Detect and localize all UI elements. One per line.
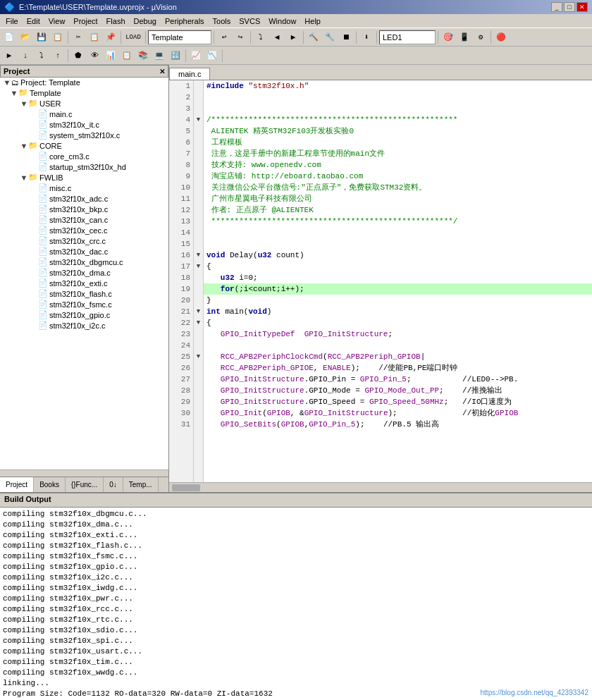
symbol-btn[interactable]: 🔣 [168,48,183,63]
panel-tab-3[interactable]: 0↓ [104,477,123,492]
code-line-5[interactable]: ALIENTEK 精英STM32F103开发板实验0 [204,125,592,137]
code-line-8[interactable]: 技术支持: www.openedv.com [204,159,592,171]
save-btn[interactable]: 💾 [34,30,49,45]
panel-tab-4[interactable]: Temp... [123,477,159,492]
code-line-24[interactable] [204,340,592,351]
load-btn[interactable]: LOAD [123,30,143,45]
call-stack-btn[interactable]: 📚 [135,48,151,63]
tree-scrollbar-h[interactable] [0,469,168,477]
tree-item-8[interactable]: ▼📁FWLIB [0,172,168,183]
disasm-btn[interactable]: 💻 [152,48,167,63]
tree-item-22[interactable]: 📄stm32f10x_i2c.c [0,320,168,331]
menu-item-debug[interactable]: Debug [130,16,161,27]
project-panel-close[interactable]: ✕ [159,68,165,75]
stop-btn[interactable]: ⏹ [338,30,354,45]
code-line-13[interactable]: ****************************************… [204,216,592,227]
tree-item-17[interactable]: 📄stm32f10x_dma.c [0,267,168,278]
step-btn[interactable]: ↓ [18,48,33,63]
tree-item-6[interactable]: 📄core_cm3.c [0,151,168,161]
menu-item-view[interactable]: View [44,16,70,27]
tree-item-18[interactable]: 📄stm32f10x_exti.c [0,278,168,288]
code-line-11[interactable]: 广州市星翼电子科技有限公司 [204,193,592,204]
code-line-17[interactable]: { [204,261,592,272]
copy-btn[interactable]: 📋 [87,30,102,45]
tree-root[interactable]: ▼🗂Project: Template [0,78,168,87]
menu-item-file[interactable]: File [1,16,23,27]
fold-btn-16[interactable]: ▼ [194,250,203,261]
fold-btn-25[interactable]: ▼ [194,351,203,362]
tree-item-4[interactable]: 📄system_stm32f10x.c [0,130,168,140]
code-line-18[interactable]: u32 i=0; [204,272,592,283]
fold-btn-22[interactable]: ▼ [194,317,203,328]
menu-item-window[interactable]: Window [264,16,300,27]
panel-tab-0[interactable]: Project [0,477,34,492]
code-line-10[interactable]: 关注微信公众平台微信号:"正点原子"，免费获取STM32资料。 [204,182,592,193]
code-line-31[interactable]: GPIO_SetBits(GPIOB,GPIO_Pin_5); //PB.5 输… [204,419,592,430]
rebuild-btn[interactable]: 🔧 [322,30,338,45]
fold-btn-17[interactable]: ▼ [194,261,203,272]
tree-item-14[interactable]: 📄stm32f10x_crc.c [0,235,168,246]
watch-btn[interactable]: 👁 [87,48,102,63]
tree-item-12[interactable]: 📄stm32f10x_can.c [0,214,168,225]
download-btn[interactable]: ⬇ [359,30,374,45]
new-file-btn[interactable]: 📄 [1,30,17,45]
panel-tab-2[interactable]: {}Func... [66,477,104,492]
step-over-btn[interactable]: ⤵ [34,48,49,63]
fold-btn-4[interactable]: ▼ [194,114,203,125]
tree-item-2[interactable]: 📄main.c [0,109,168,119]
code-line-23[interactable]: GPIO_InitTypeDef GPIO_InitStructure; [204,328,592,340]
code-line-1[interactable]: #include "stm32f10x.h" [204,80,592,92]
run-btn[interactable]: ▶ [1,48,17,63]
editor-scrollbar-h[interactable] [169,482,592,492]
code-line-19[interactable]: for(;i<count;i++); [204,283,592,295]
code-line-14[interactable] [204,227,592,238]
open-btn[interactable]: 📂 [18,30,33,45]
fwd-btn[interactable]: ▶ [285,30,301,45]
menu-item-flash[interactable]: Flash [102,16,130,27]
code-line-25[interactable]: RCC_APB2PeriphClockCmd(RCC_APB2Periph_GP… [204,351,592,362]
tree-item-10[interactable]: 📄stm32f10x_adc.c [0,193,168,204]
tree-item-11[interactable]: 📄stm32f10x_bkp.c [0,204,168,214]
code-line-9[interactable]: 淘宝店铺: http://eboard.taobao.com [204,171,592,182]
tree-item-21[interactable]: 📄stm32f10x_gpio.c [0,309,168,320]
code-line-4[interactable]: /***************************************… [204,114,592,125]
tree-item-0[interactable]: ▼📁Template [0,87,168,98]
maximize-button[interactable]: □ [564,2,575,12]
build-btn[interactable]: 🔨 [306,30,321,45]
code-line-7[interactable]: 注意，这是手册中的新建工程章节使用的main文件 [204,148,592,159]
minimize-button[interactable]: _ [551,2,562,12]
panel-tab-1[interactable]: Books [34,477,66,492]
tree-item-7[interactable]: 📄startup_stm32f10x_hd [0,161,168,172]
logic-btn[interactable]: 📈 [188,48,204,63]
code-line-29[interactable]: GPIO_InitStructure.GPIO_Speed = GPIO_Spe… [204,396,592,407]
tree-item-9[interactable]: 📄misc.c [0,183,168,193]
tree-item-16[interactable]: 📄stm32f10x_dbgmcu.c [0,257,168,267]
menu-item-help[interactable]: Help [300,16,325,27]
debug-btn[interactable]: 🔴 [493,30,509,45]
build-content[interactable]: compiling stm32f10x_dbgmcu.c...compiling… [0,508,592,700]
tree-item-20[interactable]: 📄stm32f10x_fsmc.c [0,299,168,309]
tree-item-5[interactable]: ▼📁CORE [0,140,168,151]
menu-item-tools[interactable]: Tools [209,16,235,27]
tree-item-19[interactable]: 📄stm32f10x_flash.c [0,288,168,299]
paste-btn[interactable]: 📌 [103,30,118,45]
editor-tab-main[interactable]: main.c [169,68,210,80]
menu-item-project[interactable]: Project [69,16,101,27]
breakpoint-btn[interactable]: ⬟ [70,48,86,63]
undo-btn[interactable]: ↩ [216,30,232,45]
memory-btn[interactable]: 📊 [103,48,118,63]
settings-btn[interactable]: ⚙ [473,30,488,45]
code-line-12[interactable]: 作者: 正点原子 @ALIENTEK [204,204,592,216]
menu-item-edit[interactable]: Edit [23,16,44,27]
code-line-28[interactable]: GPIO_InitStructure.GPIO_Mode = GPIO_Mode… [204,385,592,396]
menu-item-peripherals[interactable]: Peripherals [161,16,209,27]
code-line-15[interactable] [204,238,592,250]
target-options-btn[interactable]: 🎯 [440,30,456,45]
jump-btn[interactable]: ⤵ [253,30,269,45]
code-area[interactable]: #include "stm32f10x.h"/*****************… [204,80,592,482]
device-btn[interactable]: 📱 [457,30,472,45]
fold-btn-21[interactable]: ▼ [194,306,203,317]
close-button[interactable]: ✕ [576,2,588,12]
code-line-3[interactable] [204,103,592,114]
template-input[interactable] [148,30,211,44]
